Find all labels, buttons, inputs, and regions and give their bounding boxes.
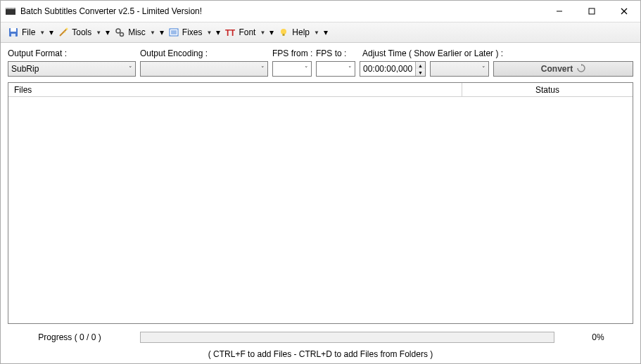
label-fps-to: FPS to : xyxy=(316,48,362,58)
table-header: Files Status xyxy=(8,83,633,97)
svg-rect-2 xyxy=(6,8,7,9)
label-output-encoding: Output Encoding : xyxy=(140,48,272,58)
hint-text: ( CTRL+F to add Files - CTRL+D to add Fi… xyxy=(1,346,640,363)
bulb-icon xyxy=(278,27,289,38)
split-arrow[interactable]: ▾ xyxy=(216,27,220,37)
output-encoding-combo[interactable]: ˅ xyxy=(140,61,268,77)
chevron-down-icon: ˅ xyxy=(482,65,485,72)
fps-to-combo[interactable]: ˅ xyxy=(316,61,355,77)
adjust-time-spinner[interactable]: 00:00:00,000 ▲▼ xyxy=(360,61,426,77)
progress-percent: 0% xyxy=(563,332,633,342)
output-format-value: SubRip xyxy=(11,64,129,74)
gears-icon xyxy=(114,27,125,38)
wand-icon xyxy=(58,27,69,38)
close-button[interactable] xyxy=(608,1,640,22)
column-status[interactable]: Status xyxy=(462,83,633,96)
svg-rect-27 xyxy=(283,34,285,36)
adjust-direction-combo[interactable]: ˅ xyxy=(430,61,489,77)
menu-tools-label: Tools xyxy=(72,27,91,37)
chevron-down-icon: ▼ xyxy=(206,30,212,36)
menu-file-label: File xyxy=(22,27,35,37)
svg-point-16 xyxy=(66,28,68,30)
column-files[interactable]: Files xyxy=(8,83,462,96)
menu-file[interactable]: File ▼ xyxy=(5,24,48,41)
chevron-down-icon: ˅ xyxy=(348,65,352,72)
down-arrow-icon[interactable]: ▼ xyxy=(416,69,425,76)
svg-point-18 xyxy=(116,29,120,33)
menu-help[interactable]: Help ▼ xyxy=(275,24,322,41)
list-icon xyxy=(168,27,179,38)
menu-tools[interactable]: Tools ▼ xyxy=(55,24,104,41)
chevron-down-icon: ▼ xyxy=(150,30,156,36)
chevron-down-icon: ▼ xyxy=(314,30,319,36)
chevron-down-icon: ˅ xyxy=(129,65,132,72)
label-adjust-time: Adjust Time ( Show Earlier or Later ) : xyxy=(362,48,503,58)
output-format-combo[interactable]: SubRip ˅ xyxy=(8,61,136,77)
svg-rect-13 xyxy=(11,28,16,32)
toolbar: File ▼ ▾ Tools ▼ ▾ Misc ▼ ▾ Fixes ▼ ▾ TT… xyxy=(1,22,640,43)
split-arrow[interactable]: ▾ xyxy=(160,27,164,37)
svg-point-26 xyxy=(281,29,286,34)
titlebar: Batch Subtitles Converter v2.5 - Limited… xyxy=(1,1,640,22)
chevron-down-icon: ˅ xyxy=(305,65,308,72)
chevron-down-icon: ▼ xyxy=(96,30,101,36)
chevron-down-icon: ˅ xyxy=(261,65,265,72)
chevron-down-icon: ▼ xyxy=(260,30,265,36)
menu-help-label: Help xyxy=(292,27,310,37)
table-body[interactable] xyxy=(8,97,633,323)
disk-icon xyxy=(8,27,19,38)
label-output-format: Output Format : xyxy=(8,48,140,58)
menu-fixes[interactable]: Fixes ▼ xyxy=(165,24,215,41)
refresh-icon xyxy=(577,64,585,74)
spinner-buttons[interactable]: ▲▼ xyxy=(415,62,425,76)
convert-button[interactable]: Convert xyxy=(493,61,633,77)
progress-bar-row: Progress ( 0 / 0 ) 0% xyxy=(1,328,640,346)
svg-rect-3 xyxy=(8,8,8,9)
svg-rect-5 xyxy=(11,8,11,9)
window-title: Batch Subtitles Converter v2.5 - Limited… xyxy=(20,6,202,16)
split-arrow[interactable]: ▾ xyxy=(106,27,110,37)
maximize-button[interactable] xyxy=(576,1,608,22)
fps-from-combo[interactable]: ˅ xyxy=(272,61,312,77)
menu-font-label: Font xyxy=(239,27,255,37)
font-icon: TT xyxy=(224,27,236,38)
svg-rect-7 xyxy=(13,8,14,9)
svg-point-19 xyxy=(120,33,124,37)
up-arrow-icon[interactable]: ▲ xyxy=(416,62,425,69)
split-arrow[interactable]: ▾ xyxy=(269,27,274,37)
menu-font[interactable]: TT Font ▼ xyxy=(222,24,268,41)
menu-misc-label: Misc xyxy=(128,27,146,37)
svg-point-17 xyxy=(64,32,65,33)
menu-misc[interactable]: Misc ▼ xyxy=(111,24,158,41)
progress-label: Progress ( 0 / 0 ) xyxy=(8,332,132,342)
minimize-button[interactable] xyxy=(543,1,576,22)
svg-text:T: T xyxy=(230,28,235,37)
label-fps-from: FPS from : xyxy=(272,48,316,58)
chevron-down-icon: ▼ xyxy=(39,30,45,36)
svg-rect-4 xyxy=(9,8,10,9)
convert-label: Convert xyxy=(541,64,573,74)
controls-row: SubRip ˅ ˅ ˅ ˅ 00:00:00,000 ▲▼ ˅ Convert xyxy=(1,60,640,82)
files-table: Files Status xyxy=(8,82,633,324)
labels-row: Output Format : Output Encoding : FPS fr… xyxy=(1,43,640,60)
svg-line-15 xyxy=(60,29,67,36)
svg-rect-14 xyxy=(11,34,15,37)
split-arrow[interactable]: ▾ xyxy=(49,27,53,37)
menu-fixes-label: Fixes xyxy=(182,27,203,37)
app-icon xyxy=(5,6,16,17)
adjust-time-value: 00:00:00,000 xyxy=(360,64,415,74)
progress-bar xyxy=(140,332,554,343)
split-arrow[interactable]: ▾ xyxy=(324,27,328,37)
svg-rect-9 xyxy=(589,8,595,14)
svg-rect-6 xyxy=(12,8,13,9)
